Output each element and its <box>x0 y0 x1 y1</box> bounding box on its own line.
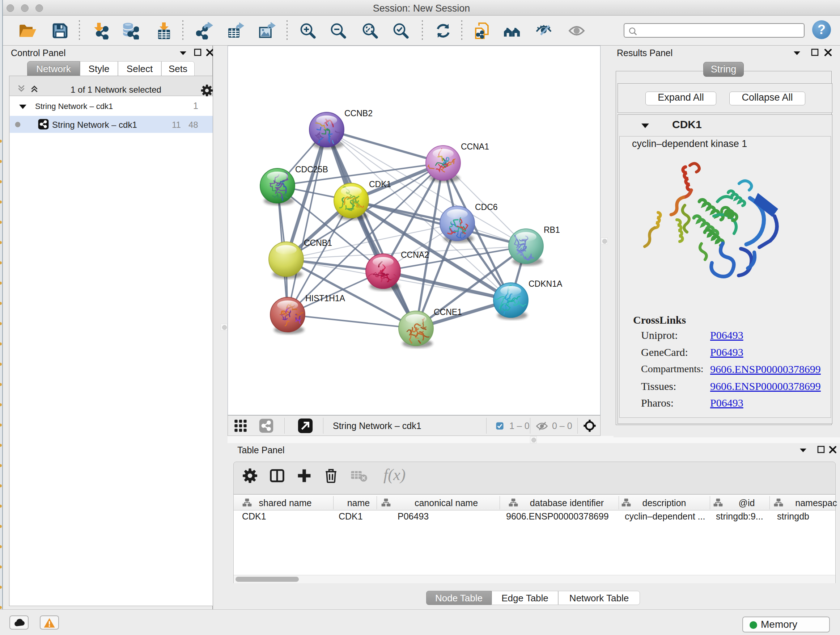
svg-text:CDC25B: CDC25B <box>295 165 328 174</box>
svg-text:CCNA1: CCNA1 <box>461 142 489 151</box>
svg-text:CCNE1: CCNE1 <box>434 307 462 317</box>
svg-text:CCNB1: CCNB1 <box>304 238 332 248</box>
svg-text:CCNB2: CCNB2 <box>344 109 373 118</box>
svg-text:CCNA2: CCNA2 <box>401 250 429 260</box>
svg-text:HIST1H1A: HIST1H1A <box>305 294 346 303</box>
svg-text:CDKN1A: CDKN1A <box>529 279 562 288</box>
svg-text:CDC6: CDC6 <box>475 203 498 212</box>
svg-text:CDK1: CDK1 <box>369 180 391 189</box>
svg-text:RB1: RB1 <box>544 225 560 234</box>
